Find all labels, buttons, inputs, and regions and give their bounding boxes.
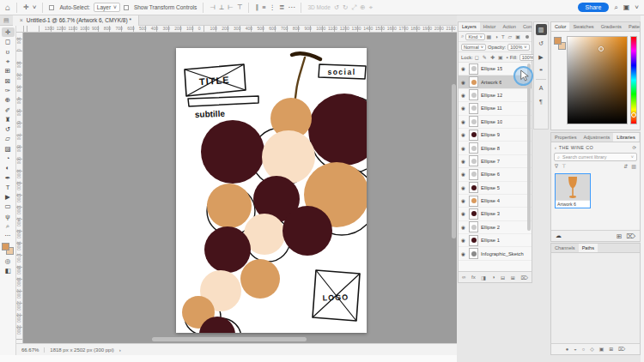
distribute-horizontal-icon[interactable]: ∥: [255, 3, 258, 11]
object-selection-tool[interactable]: ⌖: [2, 57, 15, 66]
filter-smart-objects-icon[interactable]: ▣: [515, 33, 520, 39]
canvas-area[interactable]: TITLE subtille social LOGO: [23, 33, 457, 343]
home-icon[interactable]: ⌂: [5, 3, 10, 12]
filter-type-icon[interactable]: ⊤: [562, 163, 566, 169]
filter-adjustment-layers-icon[interactable]: ◑: [495, 34, 498, 39]
tab-histor[interactable]: Histor: [480, 22, 500, 32]
rotate-cw-icon[interactable]: ↻: [343, 3, 348, 11]
visibility-eye-icon[interactable]: ◉: [460, 251, 466, 256]
eraser-tool[interactable]: ▱: [2, 134, 15, 143]
visibility-eye-icon[interactable]: ◉: [460, 146, 466, 151]
more-options-icon[interactable]: ⋯: [288, 4, 295, 11]
visibility-eye-icon[interactable]: ◉: [460, 198, 466, 203]
zoom-level[interactable]: 66.67%: [21, 347, 39, 353]
workspace-chevron-icon[interactable]: ˅: [635, 4, 639, 11]
path-mask-icon[interactable]: ◇: [590, 347, 593, 352]
color-picker-ring[interactable]: [598, 46, 604, 51]
lock-position-icon[interactable]: ✚: [490, 54, 495, 60]
stroke-path-icon[interactable]: ◒: [574, 347, 577, 352]
align-top-icon[interactable]: ⊤: [237, 3, 243, 11]
paragraph-panel-icon[interactable]: ¶: [536, 96, 547, 107]
orbit-3d-icon[interactable]: ⊕: [360, 3, 365, 11]
lock-pixels-icon[interactable]: ✎: [483, 54, 487, 60]
filter-pixel-layers-icon[interactable]: ▦: [487, 33, 492, 39]
crop-tool[interactable]: ⊞: [2, 66, 15, 75]
tab-overflow-icon[interactable]: ▤: [0, 17, 13, 24]
home-3d-icon[interactable]: ⌖: [369, 3, 373, 12]
tab-properties[interactable]: Properties: [551, 133, 580, 142]
opacity-dropdown[interactable]: 100% ˅: [507, 44, 529, 51]
pen-tool[interactable]: ✒: [2, 172, 15, 182]
hue-slider[interactable]: [630, 36, 637, 124]
visibility-eye-icon[interactable]: ◉: [460, 172, 466, 177]
grape-circle-maroon[interactable]: [283, 206, 332, 256]
document-tab[interactable]: × Untitled-1 @ 66.7% (Artwork 6, CMYK/8)…: [13, 15, 139, 26]
artboard[interactable]: TITLE subtille social LOGO: [176, 48, 367, 333]
history-brush-tool[interactable]: ↺: [2, 124, 15, 134]
fill-path-icon[interactable]: ●: [566, 347, 569, 352]
lock-transparency-icon[interactable]: ◻: [475, 54, 479, 60]
layer-row[interactable]: ◉Ellipse 7: [459, 155, 532, 168]
layer-row[interactable]: ◉Ellipse 4: [459, 195, 532, 208]
delete-path-icon[interactable]: ⌦: [618, 347, 625, 352]
search-icon[interactable]: ⌕: [614, 4, 617, 11]
marquee-tool[interactable]: ◻: [2, 37, 15, 46]
move-tool[interactable]: ✛: [2, 27, 15, 37]
tab-adjustments[interactable]: Adjustments: [580, 133, 614, 142]
grape-circle-tan[interactable]: [240, 259, 280, 299]
comments-panel-icon[interactable]: ❝: [536, 65, 547, 76]
link-layers-icon[interactable]: ∞: [462, 275, 465, 280]
type-tool[interactable]: T: [2, 183, 15, 192]
grape-circle-cream[interactable]: [262, 130, 315, 184]
hand-tool[interactable]: ψ: [2, 212, 15, 221]
tab-color[interactable]: Color: [551, 22, 569, 32]
layer-row[interactable]: ◉Infographic_Sketch: [459, 247, 532, 260]
library-name[interactable]: THE WINE CO: [559, 145, 593, 150]
layer-row[interactable]: ◉Ellipse 12: [459, 89, 532, 102]
quick-mask-button[interactable]: ◎: [2, 256, 15, 266]
device-preview-panel-icon[interactable]: ▥: [536, 24, 547, 35]
filter-funnel-icon[interactable]: ∇: [555, 163, 558, 169]
tool-preset-chevron-icon[interactable]: ˅: [33, 4, 37, 11]
layer-row[interactable]: ◉Ellipse 6: [459, 168, 532, 181]
share-button[interactable]: Share: [578, 3, 610, 12]
drag-3d-icon[interactable]: ⤢: [351, 3, 356, 12]
lasso-tool[interactable]: ʊ: [2, 47, 15, 57]
move-tool-icon[interactable]: ✛: [23, 4, 29, 11]
visibility-eye-icon[interactable]: ◉: [460, 93, 466, 98]
eyedropper-tool[interactable]: ✑: [2, 86, 15, 95]
visibility-eye-icon[interactable]: ◉: [460, 80, 466, 85]
brush-tool[interactable]: ✐: [2, 105, 15, 114]
visibility-eye-icon[interactable]: ◉: [460, 119, 466, 124]
library-item-card[interactable]: Artwork 6: [555, 173, 591, 208]
back-icon[interactable]: ‹: [555, 145, 556, 150]
tab-action[interactable]: Action: [499, 22, 519, 32]
tab-patterns[interactable]: Patterns: [625, 22, 640, 32]
blend-mode-dropdown[interactable]: Normal ˅: [461, 44, 486, 51]
foreground-color-swatch[interactable]: [2, 243, 9, 250]
filter-toggle[interactable]: [526, 35, 529, 39]
align-right-icon[interactable]: ⊢: [228, 3, 234, 11]
grape-circle-maroon[interactable]: [204, 226, 251, 273]
layer-row[interactable]: ◉Ellipse 11: [459, 102, 532, 115]
tab-swatches[interactable]: Swatches: [569, 22, 597, 32]
filter-type-layers-icon[interactable]: T: [501, 34, 505, 39]
close-tab-icon[interactable]: ×: [20, 17, 23, 23]
color-swatch-control[interactable]: [2, 243, 14, 255]
auto-select-target-dropdown[interactable]: Layer ˅: [94, 3, 120, 12]
tab-libraries[interactable]: Libraries: [613, 133, 638, 142]
distribute-left-icon[interactable]: ⋮: [270, 3, 276, 11]
screen-mode-button[interactable]: ◧: [2, 266, 15, 275]
tab-layers[interactable]: Layers: [459, 22, 480, 32]
vertical-scrollbar[interactable]: [452, 84, 456, 238]
lock-all-icon[interactable]: ▪: [507, 55, 508, 60]
visibility-eye-icon[interactable]: ◉: [460, 185, 466, 190]
layer-row[interactable]: ◉Ellipse 2: [459, 221, 532, 234]
align-left-icon[interactable]: ⊣: [210, 3, 216, 11]
path-selection-load-icon[interactable]: ○: [582, 347, 586, 352]
foreground-color-swatch[interactable]: [554, 37, 562, 45]
layer-row[interactable]: ◉Ellipse 3: [459, 208, 532, 220]
tab-channels[interactable]: Channels: [551, 244, 579, 253]
distribute-spacing-icon[interactable]: ≣: [279, 3, 284, 11]
visibility-eye-icon[interactable]: ◉: [460, 66, 466, 71]
